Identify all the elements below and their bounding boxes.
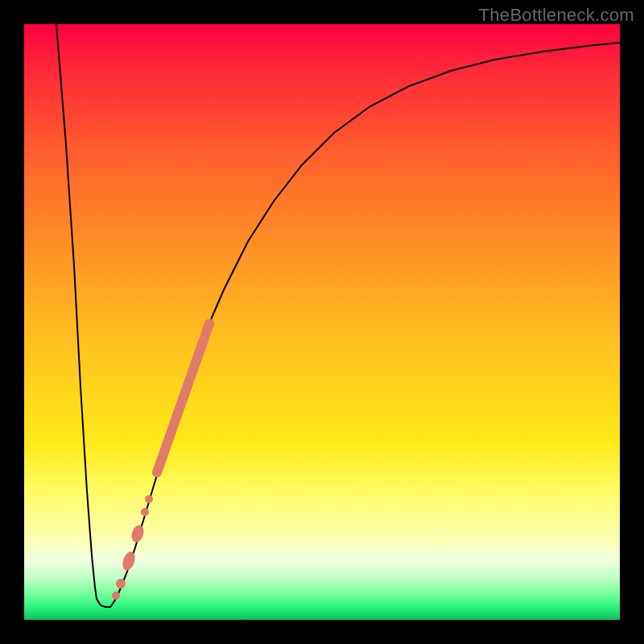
chart-frame: TheBottleneck.com: [0, 0, 644, 644]
highlight-layer: [112, 324, 209, 600]
svg-point-5: [112, 592, 120, 600]
svg-point-3: [121, 550, 138, 572]
svg-point-1: [141, 508, 149, 516]
chart-svg: [24, 24, 620, 620]
plot-area: [24, 24, 620, 620]
svg-point-2: [130, 523, 146, 543]
svg-point-4: [116, 579, 126, 588]
watermark-label: TheBottleneck.com: [479, 5, 634, 26]
curve-layer: [56, 24, 620, 607]
svg-point-0: [145, 495, 153, 503]
